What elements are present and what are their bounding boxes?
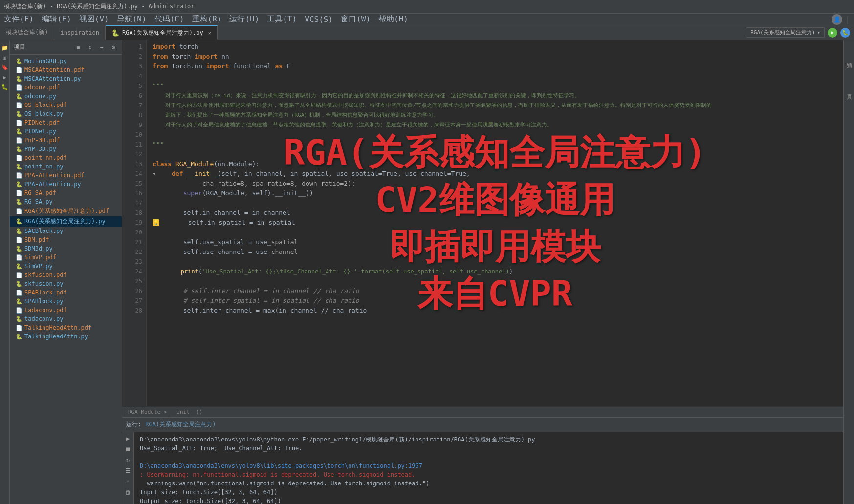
- menu-bar: 文件(F) 编辑(E) 视图(V) 导航(N) 代码(C) 重构(R) 运行(U…: [0, 14, 854, 25]
- tree-item-ppa-py[interactable]: 🐍 PPA-Attention.py: [10, 180, 122, 189]
- python-icon: 🐍: [16, 263, 22, 270]
- sidebar-run-icon[interactable]: ▶: [1, 73, 9, 81]
- tab-close-icon[interactable]: ✕: [208, 30, 211, 36]
- output-line-6: Input size: torch.Size([32, 3, 64, 64]): [140, 488, 837, 497]
- tree-item-msca-pdf[interactable]: 📄 MSCAAttention.pdf: [10, 65, 122, 74]
- run-config-link[interactable]: RGA(关系感知全局注意力): [145, 420, 216, 429]
- menu-help[interactable]: 帮助(H): [374, 13, 412, 25]
- sidebar-debug-icon[interactable]: 🐛: [1, 83, 9, 91]
- pdf-icon: 📄: [16, 325, 22, 331]
- panel-toolbar-settings[interactable]: ⚙: [109, 43, 118, 52]
- menu-edit[interactable]: 编辑(E): [38, 13, 75, 25]
- tree-item-label: OS_block.pdf: [24, 102, 67, 108]
- tree-item-pidnet-pdf[interactable]: 📄 PIDNet.pdf: [10, 118, 122, 127]
- tree-item-sdm3d-py[interactable]: 🐍 SDM3d.py: [10, 244, 122, 253]
- tree-item-tadaconv-py[interactable]: 🐍 tadaconv.py: [10, 315, 122, 323]
- tab-inspiration[interactable]: inspiration: [54, 25, 105, 40]
- run-stop-icon[interactable]: ⏹: [124, 445, 132, 454]
- tree-item-pointnn-pdf[interactable]: 📄 point_nn.pdf: [10, 153, 122, 162]
- menu-refactor[interactable]: 重构(R): [188, 13, 226, 25]
- panel-toolbar-expand[interactable]: →: [97, 43, 106, 52]
- tree-item-label: RG_SA.py: [24, 198, 53, 205]
- code-line-11: """: [153, 140, 843, 149]
- run-scroll-icon[interactable]: ↕: [124, 477, 132, 486]
- run-filter-icon[interactable]: ☰: [124, 466, 132, 475]
- tree-item-odconv-pdf[interactable]: 📄 odconv.pdf: [10, 83, 122, 92]
- line-num-10: 10: [126, 130, 142, 140]
- run-clear-icon[interactable]: 🗑: [124, 488, 132, 497]
- run-rerun-icon[interactable]: ↻: [124, 456, 132, 464]
- menu-bar-left: 文件(F) 编辑(E) 视图(V) 导航(N) 代码(C) 重构(R) 运行(U…: [0, 13, 412, 25]
- tree-item-skfusion-pdf[interactable]: 📄 skfusion.pdf: [10, 271, 122, 279]
- debug-button[interactable]: 🐛: [840, 28, 850, 38]
- python-icon: 🐍: [16, 164, 22, 170]
- tree-item-motiongru[interactable]: 🐍 MotionGRU.py: [10, 57, 122, 65]
- user-icon[interactable]: 👤: [832, 14, 842, 25]
- code-line-3: from torch.nn import functional as F: [153, 62, 843, 71]
- run-play-icon[interactable]: ▶: [124, 434, 132, 443]
- code-line-24: print('Use_Spatial_Att: {};\tUse_Channel…: [153, 267, 843, 276]
- tree-item-sacblock-py[interactable]: 🐍 SACBlock.py: [10, 227, 122, 235]
- python-file-icon: 🐍: [111, 29, 119, 37]
- tree-item-osblock-pdf[interactable]: 📄 OS_block.pdf: [10, 101, 122, 109]
- tree-item-pnp3d-py[interactable]: 🐍 PnP-3D.py: [10, 145, 122, 153]
- tab-project[interactable]: 模块缝合库(新): [0, 25, 54, 40]
- line-num-2: 2: [126, 52, 142, 62]
- tree-item-label: OS_block.py: [24, 110, 63, 117]
- title-bar-text: 模块缝合库(新) - RGA(关系感知全局注意力).py - Administr…: [4, 2, 195, 11]
- tab-rga-label: RGA(关系感知全局注意力).py: [122, 29, 203, 37]
- tree-item-rgsa-pdf[interactable]: 📄 RG_SA.pdf: [10, 189, 122, 197]
- play-button[interactable]: ▶: [828, 28, 837, 38]
- tree-item-label: skfusion.pdf: [24, 272, 67, 278]
- tree-item-odconv-py[interactable]: 🐍 odconv.py: [10, 92, 122, 101]
- tree-item-tadaconv-pdf[interactable]: 📄 tadaconv.pdf: [10, 306, 122, 315]
- right-sidebar-tools[interactable]: 工具: [845, 75, 854, 105]
- tree-item-pnp3d-pdf[interactable]: 📄 PnP-3D.pdf: [10, 136, 122, 145]
- menu-file[interactable]: 文件(F): [0, 13, 38, 25]
- python-icon: 🐍: [16, 93, 22, 100]
- tree-item-pidnet-py[interactable]: 🐍 PIDNet.py: [10, 127, 122, 136]
- main-layout: 📁 ⊞ 🔖 ▶ 🐛 项目 ≡ ↕ → ⚙ 🐍 MotionGRU.py 📄 MS…: [0, 40, 854, 504]
- tree-item-talkinghead-pdf[interactable]: 📄 TalkingHeadAttn.pdf: [10, 323, 122, 332]
- tree-item-spablock-py[interactable]: 🐍 SPABlock.py: [10, 297, 122, 306]
- tree-item-simvp-py[interactable]: 🐍 SimVP.py: [10, 262, 122, 271]
- tree-item-pointnn-py[interactable]: 🐍 point_nn.py: [10, 162, 122, 171]
- python-icon: 🐍: [16, 334, 22, 340]
- menu-run[interactable]: 运行(U): [225, 13, 263, 25]
- code-line-20: [153, 228, 843, 237]
- menu-vcs[interactable]: VCS(S): [301, 14, 337, 25]
- tree-item-msca-py[interactable]: 🐍 MSCAAttention.py: [10, 74, 122, 83]
- tree-item-label: point_nn.py: [24, 163, 63, 170]
- tree-item-osblock-py[interactable]: 🐍 OS_block.py: [10, 109, 122, 118]
- tab-rga[interactable]: 🐍 RGA(关系感知全局注意力).py ✕: [106, 25, 218, 40]
- tree-item-sdm-pdf[interactable]: 📄 SDM.pdf: [10, 235, 122, 244]
- tree-item-label: odconv.pdf: [24, 84, 60, 91]
- output-line-4-link[interactable]: D:\anaconda3\anaconda3\envs\yolov8\lib\s…: [140, 462, 837, 470]
- panel-toolbar-collapse[interactable]: ≡: [74, 43, 83, 52]
- project-panel-header: 项目 ≡ ↕ → ⚙: [10, 40, 122, 55]
- panel-toolbar-sort[interactable]: ↕: [86, 43, 94, 52]
- code-content[interactable]: RGA(关系感知全局注意力) CV2维图像通用 即插即用模块 来自CVPR im…: [147, 40, 843, 406]
- menu-nav[interactable]: 导航(N): [113, 13, 151, 25]
- code-line-15: cha_ratio=8, spa_ratio=8, down_ratio=2):: [153, 179, 843, 189]
- line-num-11: 11: [126, 140, 142, 149]
- sidebar-project-icon[interactable]: 📁: [1, 44, 9, 52]
- run-config-selector[interactable]: RGA(关系感知全局注意力) ▾: [746, 27, 825, 38]
- right-sidebar-notifications[interactable]: 通知: [845, 44, 854, 73]
- tree-item-simvp-pdf[interactable]: 📄 SimVP.pdf: [10, 253, 122, 262]
- sidebar-bookmarks-icon[interactable]: 🔖: [1, 63, 9, 71]
- tree-item-rgsa-py[interactable]: 🐍 RG_SA.py: [10, 197, 122, 206]
- tree-item-talkinghead-py[interactable]: 🐍 TalkingHeadAttn.py: [10, 332, 122, 341]
- tree-item-rga-pdf[interactable]: 📄 RGA(关系感知全局注意力).pdf: [10, 206, 122, 216]
- sidebar-structure-icon[interactable]: ⊞: [1, 54, 9, 62]
- code-line-26: # self.inter_channel = in_channel // cha…: [153, 286, 843, 296]
- tree-item-spablock-pdf[interactable]: 📄 SPABlock.pdf: [10, 288, 122, 297]
- menu-window[interactable]: 窗口(W): [337, 13, 374, 25]
- tree-item-skfusion-py[interactable]: 🐍 skfusion.py: [10, 279, 122, 288]
- pdf-icon: 📄: [16, 190, 22, 196]
- tree-item-rga-py[interactable]: 🐍 RGA(关系感知全局注意力).py: [10, 216, 122, 227]
- menu-view[interactable]: 视图(V): [75, 13, 113, 25]
- menu-code[interactable]: 代码(C): [151, 13, 188, 25]
- tree-item-ppa-pdf[interactable]: 📄 PPA-Attention.pdf: [10, 171, 122, 180]
- menu-tools[interactable]: 工具(T): [263, 13, 301, 25]
